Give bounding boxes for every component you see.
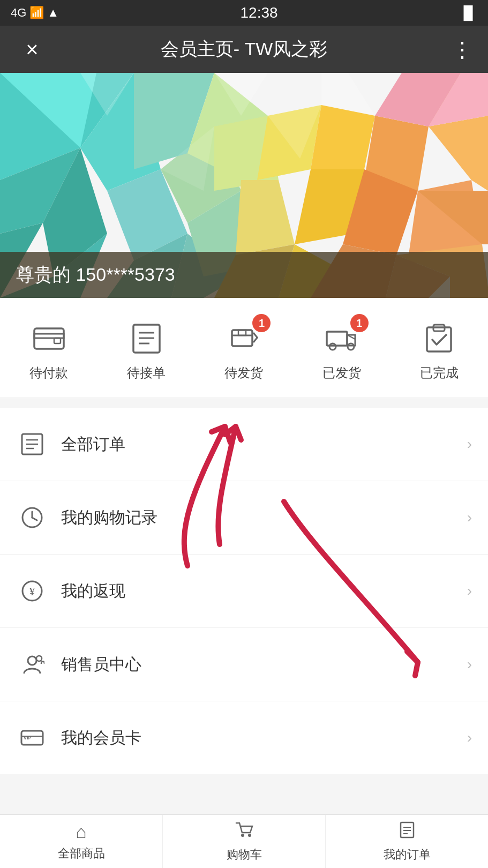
svg-marker-15 xyxy=(236,180,295,255)
page-title: 会员主页- TW风之彩 xyxy=(48,37,440,62)
signal-bars: 📶 xyxy=(29,6,44,20)
svg-text:¥: ¥ xyxy=(29,585,35,598)
pending-pay-label: 待付款 xyxy=(29,364,68,381)
menu-section: 全部订单 › 我的购物记录 › ¥ 我的返现 › xyxy=(0,408,488,774)
pending-ship-label: 待发货 xyxy=(224,364,263,381)
member-card-item[interactable]: VIP 我的会员卡 › xyxy=(0,701,488,774)
hero-user-overlay: 尊贵的 150****5373 xyxy=(0,252,488,298)
member-card-arrow: › xyxy=(467,729,472,746)
battery-area: ▐▌ xyxy=(459,5,477,20)
order-status-pending-accept[interactable]: 待接单 xyxy=(125,319,168,381)
completed-label: 已完成 xyxy=(420,364,459,381)
checkmark-clipboard-icon xyxy=(422,322,456,354)
cashback-icon: ¥ xyxy=(16,575,48,607)
svg-line-64 xyxy=(32,518,37,520)
shipped-label: 已发货 xyxy=(322,364,361,381)
wallet-icon xyxy=(32,322,66,354)
cashback-label: 我的返现 xyxy=(61,580,467,602)
order-status-shipped[interactable]: 1 已发货 xyxy=(320,319,363,381)
svg-point-55 xyxy=(348,343,354,350)
svg-point-67 xyxy=(28,656,36,665)
cart-nav-label: 购物车 xyxy=(227,847,262,863)
my-orders-nav-label: 我的订单 xyxy=(384,847,431,863)
svg-rect-46 xyxy=(232,330,252,346)
top-navigation: × 会员主页- TW风之彩 ⋮ xyxy=(0,26,488,73)
svg-point-54 xyxy=(329,343,336,350)
sales-center-arrow: › xyxy=(467,656,472,673)
home-nav-label: 全部商品 xyxy=(58,845,105,862)
shopping-history-label: 我的购物记录 xyxy=(61,507,467,529)
pending-ship-badge: 1 xyxy=(252,314,271,332)
pending-accept-icon-wrap xyxy=(125,319,168,357)
sales-center-label: 销售员中心 xyxy=(61,654,467,676)
all-orders-item[interactable]: 全部订单 › xyxy=(0,408,488,481)
order-status-section: 待付款 待接单 1 xyxy=(0,298,488,398)
my-orders-icon xyxy=(398,821,416,843)
svg-line-50 xyxy=(253,337,258,342)
shipped-badge: 1 xyxy=(350,314,369,332)
svg-point-68 xyxy=(36,656,42,661)
battery-icon: ▐▌ xyxy=(459,5,477,20)
order-status-pending-pay[interactable]: 待付款 xyxy=(27,319,70,381)
member-card-label: 我的会员卡 xyxy=(61,727,467,749)
main-content: 尊贵的 150****5373 待付款 xyxy=(0,73,488,837)
svg-point-73 xyxy=(248,834,251,837)
bottom-nav-cart[interactable]: 购物车 xyxy=(163,815,326,868)
order-status-pending-ship[interactable]: 1 待发货 xyxy=(222,319,265,381)
hero-user-greeting: 尊贵的 150****5373 xyxy=(16,264,175,285)
network-indicator: 4G xyxy=(11,6,26,20)
all-orders-arrow: › xyxy=(467,436,472,453)
list-icon xyxy=(129,322,164,354)
status-bar: 4G 📶 ▲ 12:38 ▐▌ xyxy=(0,0,488,26)
clock: 12:38 xyxy=(241,4,278,21)
cashback-arrow: › xyxy=(467,582,472,600)
all-orders-label: 全部订单 xyxy=(61,433,467,455)
order-status-completed[interactable]: 已完成 xyxy=(418,319,461,381)
shipped-icon-wrap: 1 xyxy=(320,319,363,357)
member-card-icon: VIP xyxy=(16,722,48,754)
more-menu-button[interactable]: ⋮ xyxy=(440,37,472,62)
sales-center-item[interactable]: 销售员中心 › xyxy=(0,628,488,701)
home-icon: ⌂ xyxy=(76,821,87,842)
pending-ship-icon-wrap: 1 xyxy=(222,319,265,357)
close-button[interactable]: × xyxy=(16,38,48,62)
svg-point-72 xyxy=(241,834,244,837)
sales-center-icon xyxy=(16,648,48,680)
all-orders-icon xyxy=(16,428,48,460)
pending-pay-icon-wrap xyxy=(27,319,70,357)
signal-indicators: 4G 📶 ▲ xyxy=(11,6,59,20)
cashback-item[interactable]: ¥ 我的返现 › xyxy=(0,555,488,628)
bottom-nav-home[interactable]: ⌂ 全部商品 xyxy=(0,815,163,868)
bottom-navigation: ⌂ 全部商品 购物车 我的订单 xyxy=(0,814,488,868)
wifi-icon: ▲ xyxy=(47,6,59,20)
svg-marker-24 xyxy=(429,116,488,191)
shopping-history-icon xyxy=(16,502,48,534)
svg-rect-51 xyxy=(327,332,347,346)
bottom-nav-my-orders[interactable]: 我的订单 xyxy=(326,815,488,868)
pending-accept-label: 待接单 xyxy=(127,364,166,381)
completed-icon-wrap xyxy=(418,319,461,357)
shopping-history-item[interactable]: 我的购物记录 › xyxy=(0,481,488,555)
svg-marker-17 xyxy=(311,105,375,169)
cart-icon xyxy=(235,821,253,843)
shopping-history-arrow: › xyxy=(467,509,472,526)
hero-banner: 尊贵的 150****5373 xyxy=(0,73,488,298)
